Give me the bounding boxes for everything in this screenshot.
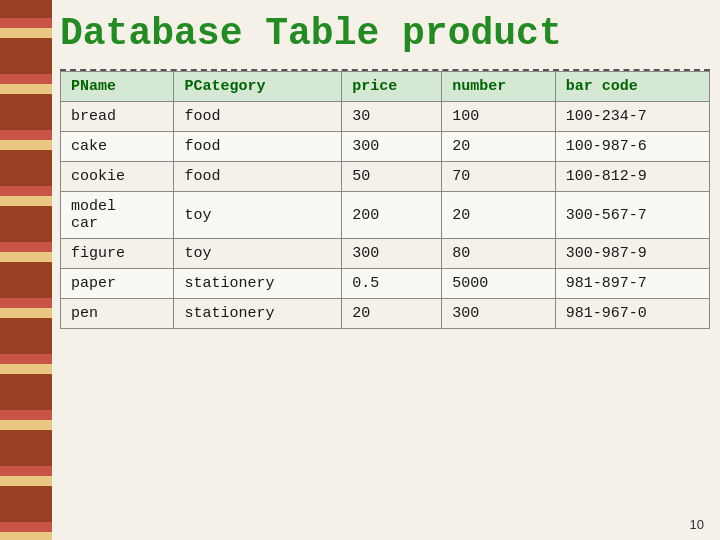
table-cell: toy xyxy=(174,239,342,269)
page-title: Database Table product xyxy=(60,10,710,55)
table-row: cakefood30020100-987-6 xyxy=(61,132,710,162)
table-cell: 300 xyxy=(342,239,442,269)
table-cell: 300 xyxy=(342,132,442,162)
col-header-price: price xyxy=(342,72,442,102)
title-prefix: Database Table xyxy=(60,12,402,55)
table-cell: bread xyxy=(61,102,174,132)
table-cell: 70 xyxy=(442,162,555,192)
table-cell: 300-987-9 xyxy=(555,239,709,269)
table-cell: cake xyxy=(61,132,174,162)
decorative-border xyxy=(0,0,52,540)
table-cell: paper xyxy=(61,269,174,299)
table-cell: cookie xyxy=(61,162,174,192)
table-cell: 981-897-7 xyxy=(555,269,709,299)
table-row: paperstationery0.55000981-897-7 xyxy=(61,269,710,299)
table-cell: 100-812-9 xyxy=(555,162,709,192)
table-cell: 200 xyxy=(342,192,442,239)
table-cell: 100-987-6 xyxy=(555,132,709,162)
table-cell: 20 xyxy=(442,192,555,239)
table-row: modelcartoy20020300-567-7 xyxy=(61,192,710,239)
table-cell: 50 xyxy=(342,162,442,192)
table-cell: 80 xyxy=(442,239,555,269)
table-cell: stationery xyxy=(174,269,342,299)
table-cell: 20 xyxy=(342,299,442,329)
table-cell: stationery xyxy=(174,299,342,329)
page-number: 10 xyxy=(690,517,704,532)
table-row: cookiefood5070100-812-9 xyxy=(61,162,710,192)
table-cell: 30 xyxy=(342,102,442,132)
col-header-pcategory: PCategory xyxy=(174,72,342,102)
table-cell: 300-567-7 xyxy=(555,192,709,239)
table-header-row: PName PCategory price number bar code xyxy=(61,72,710,102)
table-cell: 981-967-0 xyxy=(555,299,709,329)
col-header-pname: PName xyxy=(61,72,174,102)
table-cell: food xyxy=(174,102,342,132)
table-row: penstationery20300981-967-0 xyxy=(61,299,710,329)
table-cell: 100 xyxy=(442,102,555,132)
table-cell: food xyxy=(174,162,342,192)
table-cell: figure xyxy=(61,239,174,269)
table-cell: 100-234-7 xyxy=(555,102,709,132)
table-cell: 20 xyxy=(442,132,555,162)
table-cell: 5000 xyxy=(442,269,555,299)
title-highlight: product xyxy=(402,12,562,55)
product-table: PName PCategory price number bar code br… xyxy=(60,71,710,329)
col-header-barcode: bar code xyxy=(555,72,709,102)
table-row: breadfood30100100-234-7 xyxy=(61,102,710,132)
table-cell: 0.5 xyxy=(342,269,442,299)
table-cell: pen xyxy=(61,299,174,329)
table-cell: modelcar xyxy=(61,192,174,239)
table-row: figuretoy30080300-987-9 xyxy=(61,239,710,269)
table-cell: 300 xyxy=(442,299,555,329)
col-header-number: number xyxy=(442,72,555,102)
table-cell: food xyxy=(174,132,342,162)
table-cell: toy xyxy=(174,192,342,239)
